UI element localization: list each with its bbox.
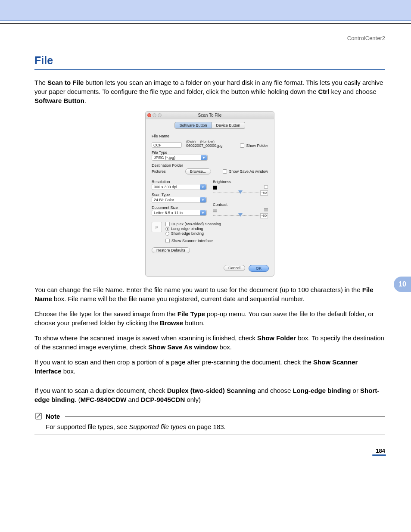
chapter-tab: 10 (394, 277, 411, 292)
slider-thumb-icon (238, 213, 243, 217)
text: and (126, 396, 140, 403)
show-folder-label: Show Folder (246, 143, 268, 148)
cancel-button[interactable]: Cancel (224, 265, 245, 271)
note-rule (65, 416, 385, 417)
bold: Software Button (34, 97, 84, 104)
para-filetype: Choose the file type for the saved image… (34, 309, 385, 327)
header-product: ControlCenter2 (0, 24, 411, 41)
dialog-tabs: Software Button Device Button (146, 119, 274, 130)
note-bottom-rule (34, 435, 385, 435)
scan-type-value: 24 Bit Color (154, 198, 174, 202)
contrast-slider[interactable] (213, 213, 268, 218)
restore-defaults-button[interactable]: Restore Defaults (152, 247, 190, 253)
number-label: (Number) (200, 140, 215, 143)
tab-software-button[interactable]: Software Button (174, 122, 212, 129)
para-filename: You can change the File Name. Enter the … (34, 285, 385, 303)
para-intro: The Scan to File button lets you scan an… (34, 78, 385, 105)
bold: Scan to File (47, 79, 84, 86)
document-size-select[interactable]: Letter 8.5 x 11 in ▾ (152, 210, 207, 216)
low-contrast-icon (213, 209, 217, 212)
page-top-band (0, 0, 411, 21)
show-folder-checkbox[interactable]: Show Folder (240, 143, 268, 148)
chevron-down-icon: ▾ (200, 184, 206, 190)
chevron-down-icon: ▾ (200, 210, 206, 215)
show-scanner-label: Show Scanner Interface (171, 239, 213, 243)
resolution-label: Resolution (152, 180, 207, 184)
section-title: File (34, 54, 385, 67)
bold: DCP-9045CDN (141, 396, 185, 403)
radio-icon (165, 232, 169, 236)
text: If you want to scan a duplex document, c… (34, 387, 167, 394)
resolution-value: 300 x 300 dpi (154, 185, 177, 189)
scan-type-select[interactable]: 24 Bit Color ▾ (152, 197, 207, 203)
document-size-value: Letter 8.5 x 11 in (154, 211, 183, 215)
tab-device-button[interactable]: Device Button (212, 122, 245, 129)
dialog-divider (146, 257, 274, 257)
scan-to-file-dialog: Scan To File Software Button Device Butt… (145, 111, 274, 277)
text: . (84, 97, 86, 104)
short-edge-radio[interactable]: Short-edge binding (165, 231, 221, 236)
filename-preview: 06022007_00000.jpg (186, 143, 236, 148)
show-scanner-interface-checkbox[interactable]: Show Scanner Interface (165, 239, 268, 243)
note-body: For supported file types, see Supported … (34, 420, 385, 435)
para-scanner-interface: If you want to scan and then crop a port… (34, 358, 385, 376)
text: box. File name will be the file name you… (52, 295, 305, 302)
text: key and choose (329, 88, 376, 95)
duplex-icon: ⎘ (152, 222, 162, 232)
text: box. (62, 367, 76, 375)
text: on page 183. (186, 423, 226, 430)
text: or (351, 387, 360, 394)
italic: Supported file types (129, 423, 186, 430)
file-type-value: JPEG (*.jpg) (154, 156, 175, 160)
long-edge-radio[interactable]: Long-edge binding (165, 227, 221, 231)
page-number-bar (372, 454, 386, 456)
high-contrast-icon (264, 208, 268, 212)
text: The (34, 79, 47, 86)
destination-folder-label: Destination Folder (152, 163, 268, 168)
contrast-label: Contrast (213, 202, 268, 207)
note-icon (34, 412, 43, 420)
browse-button[interactable]: Browse... (185, 168, 211, 174)
show-save-as-checkbox[interactable]: Show Save As window (223, 169, 268, 174)
text: box. (218, 343, 232, 351)
checkbox-icon (240, 143, 244, 148)
brightness-label: Brightness (213, 180, 268, 184)
chevron-down-icon: ▾ (201, 155, 207, 160)
duplex-label: Duplex (two-sided) Scanning (171, 222, 221, 226)
resolution-select[interactable]: 300 x 300 dpi ▾ (152, 184, 207, 190)
scan-type-label: Scan Type (152, 193, 207, 197)
page-number: 184 (376, 448, 385, 454)
duplex-checkbox[interactable]: Duplex (two-sided) Scanning (165, 222, 221, 226)
file-type-select[interactable]: JPEG (*.jpg) ▾ (152, 155, 208, 161)
text: . ( (75, 396, 80, 403)
white-swatch-icon (264, 185, 268, 189)
text: For supported file types, see (46, 423, 129, 430)
bold: Browse (160, 319, 183, 327)
long-edge-label: Long-edge binding (171, 227, 203, 231)
ok-button[interactable]: OK (249, 265, 269, 272)
file-name-label: File Name (152, 134, 268, 138)
chevron-down-icon: ▾ (200, 197, 206, 202)
dialog-titlebar: Scan To File (146, 112, 274, 119)
file-type-label: File Type (152, 150, 268, 155)
bold: Long-edge binding (293, 387, 351, 394)
text: Choose the file type for the saved image… (34, 310, 177, 317)
text: and choose (256, 387, 293, 394)
bold: File Type (177, 310, 205, 317)
text: To show where the scanned image is saved… (34, 334, 257, 342)
dialog-title: Scan To File (146, 113, 274, 118)
para-duplex: If you want to scan a duplex document, c… (34, 386, 385, 404)
document-size-label: Document Size (152, 205, 207, 210)
bold: Ctrl (318, 88, 329, 95)
radio-icon (165, 227, 169, 231)
checkbox-icon (223, 169, 227, 174)
checkbox-icon (165, 239, 170, 243)
destination-folder-value: Pictures (152, 169, 182, 174)
file-name-field[interactable]: CCF (152, 142, 182, 148)
text: You can change the File Name. Enter the … (34, 286, 362, 293)
short-edge-label: Short-edge binding (171, 231, 204, 236)
bold: MFC-9840CDW (81, 396, 127, 403)
date-label: (Date) (186, 140, 196, 143)
section-rule (34, 69, 385, 70)
brightness-slider[interactable] (213, 190, 268, 196)
